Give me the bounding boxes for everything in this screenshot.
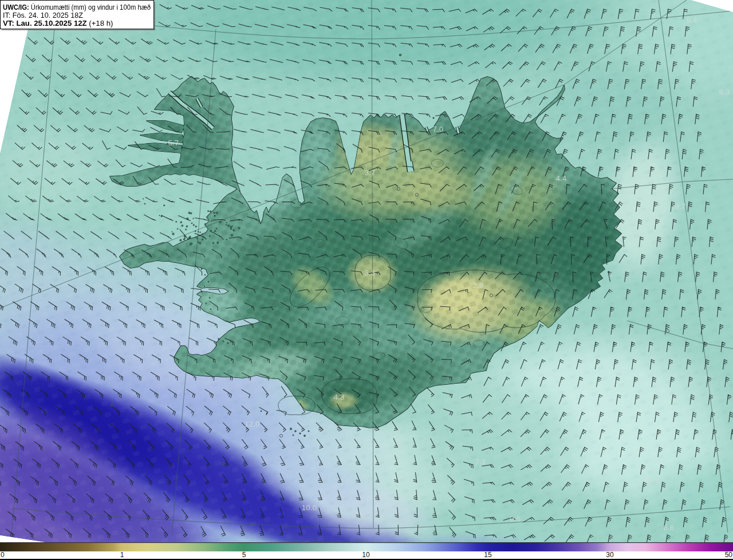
- svg-text:UWC/IG: Úrkomumætti (mm) og vi: UWC/IG: Úrkomumætti (mm) og vindur i 100…: [3, 3, 151, 11]
- svg-text:8.3: 8.3: [719, 88, 730, 96]
- svg-text:9.4: 9.4: [687, 15, 697, 24]
- svg-text:9.7: 9.7: [675, 202, 686, 211]
- svg-text:5: 5: [242, 551, 246, 559]
- svg-text:2.8: 2.8: [473, 281, 484, 290]
- svg-text:50: 50: [725, 551, 733, 559]
- svg-text:10.0: 10.0: [302, 503, 317, 512]
- svg-text:3.3: 3.3: [365, 269, 376, 277]
- svg-text:4.3: 4.3: [334, 393, 345, 401]
- svg-text:VT: Lau. 25.10.2025 12Z (+18 h: VT: Lau. 25.10.2025 12Z (+18 h): [3, 19, 113, 27]
- svg-text:0: 0: [1, 551, 5, 559]
- svg-text:12.0: 12.0: [245, 420, 259, 428]
- svg-text:4.4: 4.4: [556, 174, 567, 183]
- svg-text:7.1: 7.1: [475, 458, 486, 466]
- svg-text:1: 1: [120, 551, 124, 559]
- svg-text:15: 15: [484, 551, 492, 559]
- svg-text:3.7: 3.7: [365, 168, 376, 177]
- svg-text:10.2: 10.2: [644, 476, 659, 484]
- svg-text:5.7: 5.7: [168, 139, 179, 147]
- svg-text:10: 10: [362, 551, 370, 559]
- svg-text:30: 30: [606, 551, 614, 559]
- svg-text:8.5: 8.5: [510, 515, 521, 523]
- svg-text:IT: Fös. 24. 10. 2025 18Z: IT: Fös. 24. 10. 2025 18Z: [3, 11, 83, 19]
- svg-text:8.6: 8.6: [664, 523, 675, 532]
- svg-text:7.0: 7.0: [433, 125, 444, 133]
